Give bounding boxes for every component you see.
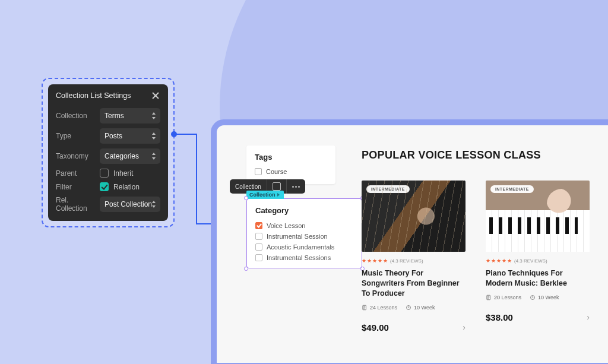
document-icon (486, 295, 492, 300)
settings-title: Collection List Settings (56, 91, 131, 100)
connector-dot (171, 131, 177, 137)
meta-row: 20 Lessons 10 Week (486, 295, 590, 300)
chevron-right-icon[interactable]: › (587, 312, 590, 322)
selection-handle[interactable] (244, 267, 248, 271)
category-title: Category (255, 206, 353, 215)
meta-row: 24 Lessons 10 Week (362, 305, 466, 311)
settings-header: Collection List Settings (48, 84, 168, 106)
setting-row-rel-collection: Rel. Collection Post Collection (48, 194, 168, 215)
stars-icon: ★★★★★ (362, 258, 388, 264)
inherit-checkbox[interactable] (100, 169, 109, 178)
checkbox-label: Inherit (113, 169, 133, 178)
weeks-text: 10 Week (414, 305, 435, 311)
setting-row-collection: Collection Terms (48, 106, 168, 126)
price-text: $49.00 (362, 322, 389, 333)
price-text: $38.00 (486, 312, 513, 322)
connector-line (173, 134, 197, 135)
course-thumbnail[interactable]: INTERMEDIATE (486, 181, 590, 252)
course-title: Music Theory For Songwriters From Beginn… (362, 268, 466, 299)
chevron-right-icon[interactable]: › (463, 322, 466, 332)
course-thumbnail[interactable]: INTERMEDIATE (362, 181, 466, 252)
category-label: Voice Lesson (267, 222, 305, 229)
price-row: $49.00 › (362, 322, 466, 333)
hand-decor (547, 189, 577, 219)
setting-label: Collection (56, 112, 95, 120)
course-card[interactable]: INTERMEDIATE ★★★★★ (4.3 REVIEWS) Music T… (362, 181, 466, 333)
select-value: Categories (104, 152, 139, 160)
reviews-text: (4.3 REVIEWS) (390, 258, 423, 264)
rating-row: ★★★★★ (4.3 REVIEWS) (486, 258, 590, 264)
chip-label: Collection (235, 183, 261, 190)
setting-row-parent: Parent Inherit (48, 166, 168, 180)
level-badge: INTERMEDIATE (490, 185, 534, 193)
sort-icon (151, 132, 157, 140)
tag-checkbox[interactable] (255, 168, 262, 175)
sort-icon (151, 153, 157, 160)
setting-row-filter: Filter Relation (48, 180, 168, 194)
select-value: Terms (104, 112, 124, 120)
collection-badge[interactable]: Collection (246, 191, 284, 199)
badge-label: Collection (249, 192, 276, 198)
connector-line (196, 134, 197, 224)
setting-label: Filter (56, 183, 95, 191)
layout-icon (273, 182, 281, 191)
weeks-meta: 10 Week (406, 305, 435, 311)
settings-selection-outline: Collection List Settings Collection Term… (42, 78, 175, 227)
preview-browser: Tags Course Collection (211, 119, 608, 364)
selection-handle[interactable] (244, 196, 248, 200)
category-checkbox[interactable] (255, 222, 262, 229)
tag-item[interactable]: Course (255, 166, 327, 177)
category-checkbox[interactable] (255, 254, 262, 261)
setting-row-type: Type Posts (48, 126, 168, 146)
course-card[interactable]: INTERMEDIATE ★★★★★ (4.3 REVIEWS) Piano T… (486, 181, 590, 333)
section-title: POPULAR VOICE LESSON CLASS (362, 149, 541, 162)
lessons-meta: 20 Lessons (486, 295, 521, 300)
lessons-meta: 24 Lessons (362, 305, 397, 311)
lessons-text: 20 Lessons (494, 295, 521, 300)
more-icon (292, 186, 300, 188)
course-title: Piano Techniques For Modern Music: Berkl… (486, 268, 590, 289)
type-select[interactable]: Posts (100, 128, 160, 144)
collection-list-settings-panel: Collection List Settings Collection Term… (48, 84, 168, 221)
category-item[interactable]: Instrumental Sessions (255, 252, 353, 263)
category-checkbox[interactable] (255, 243, 262, 251)
weeks-text: 10 Week (538, 295, 559, 300)
sort-icon (151, 112, 157, 119)
weeks-meta: 10 Week (530, 295, 559, 300)
category-label: Instrumental Sessions (267, 254, 331, 261)
checkbox-label: Relation (113, 183, 140, 191)
select-value: Post Collection (104, 200, 152, 208)
clock-icon (406, 305, 411, 311)
course-cards: INTERMEDIATE ★★★★★ (4.3 REVIEWS) Music T… (362, 181, 608, 333)
category-checkbox[interactable] (255, 233, 262, 240)
tag-label: Course (266, 168, 287, 175)
tags-panel: Tags Course (246, 145, 335, 184)
rating-row: ★★★★★ (4.3 REVIEWS) (362, 258, 466, 264)
lessons-text: 24 Lessons (370, 305, 397, 311)
category-item[interactable]: Acoustic Fundamentals (255, 242, 353, 252)
select-value: Posts (104, 132, 122, 140)
setting-label: Taxonomy (56, 152, 95, 160)
setting-label: Rel. Collection (56, 196, 95, 213)
level-badge: INTERMEDIATE (366, 185, 410, 193)
category-item[interactable]: Voice Lesson (255, 220, 353, 231)
relation-checkbox[interactable] (100, 182, 109, 191)
category-label: Acoustic Fundamentals (267, 243, 334, 251)
sort-icon (151, 201, 157, 208)
category-label: Instrumental Session (267, 233, 328, 240)
rel-collection-select[interactable]: Post Collection (100, 197, 160, 212)
category-item[interactable]: Instrumental Session (255, 231, 353, 242)
price-row: $38.00 › (486, 312, 590, 322)
setting-label: Parent (56, 169, 95, 178)
setting-row-taxonomy: Taxonomy Categories (48, 146, 168, 166)
setting-label: Type (56, 132, 95, 140)
tags-title: Tags (255, 153, 327, 162)
clock-icon (530, 295, 536, 300)
stage: Collection List Settings Collection Term… (0, 0, 608, 364)
more-button[interactable] (287, 179, 305, 194)
document-icon (362, 305, 368, 311)
taxonomy-select[interactable]: Categories (100, 148, 160, 164)
collection-select[interactable]: Terms (100, 108, 160, 124)
close-icon[interactable] (151, 91, 160, 100)
stars-icon: ★★★★★ (486, 258, 512, 264)
